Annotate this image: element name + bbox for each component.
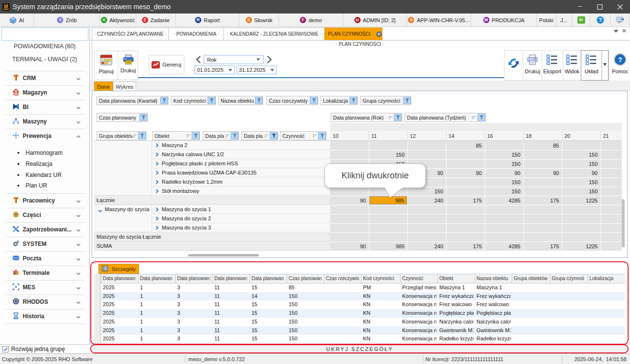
svg-text:?: ? (618, 56, 622, 64)
